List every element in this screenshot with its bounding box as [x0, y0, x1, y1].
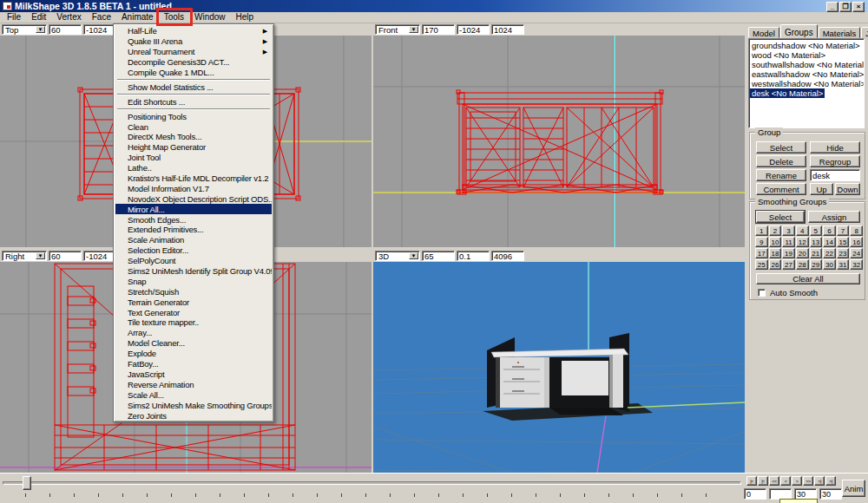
tools-menu-item[interactable]: Stretch/Squish: [115, 286, 272, 297]
tools-menu-item[interactable]: Show Model Statistics ...: [115, 82, 272, 92]
smoothing-group-button[interactable]: 30: [823, 259, 836, 270]
menu-bar-item[interactable]: Animate: [116, 12, 159, 23]
tools-menu-item[interactable]: Tile texture mapper..: [115, 317, 272, 328]
menu-bar-item[interactable]: File: [2, 12, 26, 23]
tools-menu-item[interactable]: SelPolyCount: [115, 256, 272, 266]
tools-menu-item[interactable]: Mirror All...: [115, 204, 272, 214]
view-select-top[interactable]: Top ▼: [2, 24, 47, 35]
tools-menu-item[interactable]: Zero Joints: [115, 410, 272, 421]
tools-menu-item[interactable]: Height Map Generator: [115, 142, 272, 153]
chevron-down-icon[interactable]: ▼: [409, 26, 418, 33]
panel-tab[interactable]: Joints: [861, 27, 868, 38]
timeline-track[interactable]: [3, 481, 741, 485]
chevron-down-icon[interactable]: ▼: [36, 26, 45, 33]
chevron-down-icon[interactable]: ▼: [36, 252, 45, 259]
tools-menu-item[interactable]: Half-Life ▶: [115, 26, 272, 36]
smoothing-group-button[interactable]: 26: [769, 259, 782, 270]
smoothing-group-button[interactable]: 4: [796, 225, 809, 236]
zoom-field-right[interactable]: [49, 251, 82, 261]
smoothing-group-button[interactable]: 8: [850, 225, 863, 236]
tools-menu-item[interactable]: DirectX Mesh Tools...: [115, 132, 272, 142]
smoothing-group-button[interactable]: 11: [782, 237, 795, 247]
tools-menu-item[interactable]: Smooth Edges...: [115, 214, 272, 225]
min-field-top[interactable]: [83, 24, 116, 35]
near-field-3d[interactable]: [457, 251, 490, 261]
smoothing-group-button[interactable]: 25: [755, 259, 768, 270]
menu-bar-item[interactable]: Vertex: [51, 12, 86, 23]
far-field-3d[interactable]: [491, 251, 524, 261]
restore-button[interactable]: ❐: [839, 2, 852, 12]
tools-menu-item[interactable]: Scale Animation: [115, 235, 272, 245]
viewport-3d-canvas[interactable]: [373, 262, 745, 473]
auto-smooth-checkbox[interactable]: [758, 289, 766, 297]
menu-bar-item[interactable]: Face: [87, 12, 116, 23]
timeline-slider-handle[interactable]: [23, 476, 31, 490]
smoothing-assign-button[interactable]: Assign: [808, 211, 860, 223]
smoothing-select-button[interactable]: Select: [756, 211, 805, 223]
smoothing-group-button[interactable]: 32: [850, 259, 863, 270]
smoothing-group-button[interactable]: 28: [796, 259, 809, 270]
groups-list[interactable]: groundshadow <No Material> wood <No Mate…: [748, 38, 865, 128]
group-regroup-button[interactable]: Regroup: [810, 155, 860, 167]
playback-button[interactable]: >>: [803, 476, 813, 486]
playback-button[interactable]: >|: [814, 476, 825, 486]
zoom-field-top[interactable]: [49, 24, 82, 35]
tools-menu-item[interactable]: Joint Tool: [115, 153, 272, 163]
playback-button[interactable]: |<: [746, 476, 757, 486]
tools-menu-item[interactable]: Text Generator: [115, 307, 272, 317]
smoothing-group-button[interactable]: 15: [837, 237, 850, 247]
tools-menu-item[interactable]: Edit Shortcuts ...: [115, 96, 272, 107]
tools-menu-item[interactable]: Kratisto's Half-Life MDL Decompiler v1.2: [115, 173, 272, 184]
tools-menu-item[interactable]: Unreal Tournament ▶: [115, 47, 272, 57]
app-icon[interactable]: [3, 2, 12, 10]
tools-menu-item[interactable]: Clean: [115, 121, 272, 132]
smoothing-group-button[interactable]: 23: [837, 248, 850, 258]
fov-field-3d[interactable]: [422, 251, 455, 261]
tools-menu-item[interactable]: Positioning Tools: [115, 111, 272, 121]
chevron-down-icon[interactable]: ▼: [409, 252, 418, 259]
smoothing-group-button[interactable]: 10: [769, 237, 782, 247]
tools-menu-item[interactable]: Sims2 UniMesh Identify Split Group V4.09: [115, 266, 272, 277]
menu-bar-item[interactable]: Window: [189, 12, 231, 23]
smoothing-group-button[interactable]: 31: [837, 259, 850, 270]
group-list-item[interactable]: wood <No Material>: [750, 50, 863, 60]
smoothing-group-button[interactable]: 18: [769, 248, 782, 258]
view-select-front[interactable]: Front ▼: [375, 24, 420, 35]
smoothing-group-button[interactable]: 7: [837, 225, 850, 236]
group-delete-button[interactable]: Delete: [756, 155, 806, 167]
zoom-field-front[interactable]: [422, 24, 455, 35]
smoothing-group-button[interactable]: 24: [850, 248, 863, 258]
tools-menu-item[interactable]: JavaScript: [115, 369, 272, 380]
frame-field[interactable]: 0: [744, 488, 766, 500]
tools-menu-item[interactable]: Snap: [115, 276, 272, 286]
tools-menu-item[interactable]: Lathe..: [115, 163, 272, 173]
panel-tab[interactable]: Groups: [780, 24, 818, 38]
max-field-front[interactable]: [491, 24, 524, 35]
smoothing-group-button[interactable]: 20: [796, 248, 809, 258]
playback-button[interactable]: |<: [758, 476, 768, 486]
tools-menu-item[interactable]: Reverse Animation: [115, 379, 272, 389]
viewport-front-canvas[interactable]: [373, 36, 745, 247]
smoothing-group-button[interactable]: 14: [823, 237, 836, 247]
smoothing-group-button[interactable]: 9: [755, 237, 768, 247]
tools-menu-item[interactable]: Array...: [115, 328, 272, 338]
playback-button[interactable]: <<: [769, 476, 779, 486]
tools-menu-item[interactable]: Model Cleaner...: [115, 338, 272, 349]
playback-button[interactable]: <: [780, 476, 791, 486]
view-select-3d[interactable]: 3D ▼: [375, 251, 420, 261]
tools-menu-item[interactable]: Decompile Genesis3D ACT...: [115, 57, 272, 68]
panel-tab[interactable]: Materials: [819, 27, 861, 38]
frame-field[interactable]: 30: [819, 488, 842, 500]
smoothing-group-button[interactable]: 27: [782, 259, 795, 270]
smoothing-group-button[interactable]: 6: [823, 225, 836, 236]
group-list-item[interactable]: westwallshadow <No Material>: [750, 79, 863, 88]
playback-button[interactable]: >: [792, 476, 802, 486]
group-select-button[interactable]: Select: [756, 141, 806, 154]
smoothing-group-button[interactable]: 13: [810, 237, 823, 247]
group-list-item[interactable]: eastwallshadow <No Material>: [750, 69, 863, 79]
close-button[interactable]: ×: [852, 2, 865, 12]
group-comment-button[interactable]: Comment: [756, 183, 806, 195]
group-up-button[interactable]: Up: [810, 183, 833, 195]
smoothing-group-button[interactable]: 29: [810, 259, 823, 270]
smoothing-group-button[interactable]: 16: [850, 237, 863, 247]
